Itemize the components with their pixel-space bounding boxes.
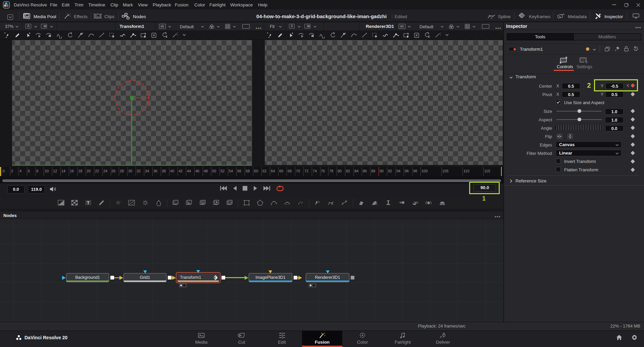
svg-text:T: T [87,201,90,205]
svg-text:T: T [387,200,390,205]
